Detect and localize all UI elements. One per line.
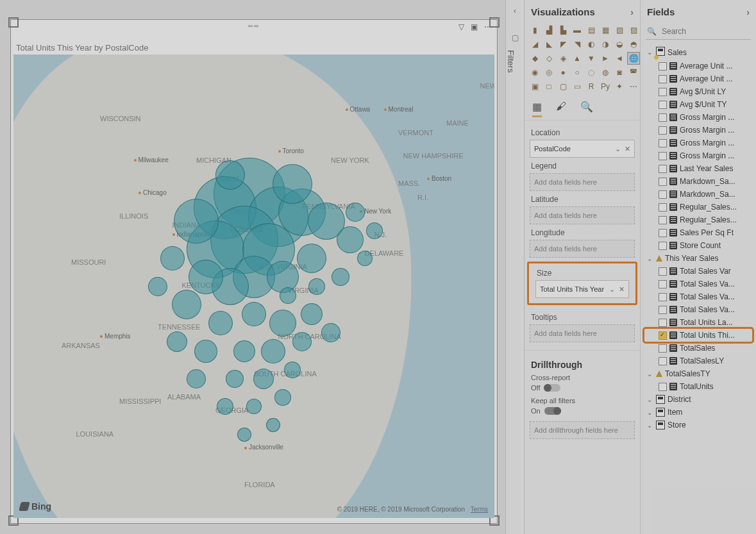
field-item[interactable]: Gross Margin ... [644, 137, 752, 149]
field-item[interactable]: Total Sales Va... [644, 290, 752, 303]
tooltips-well[interactable]: Add data fields here [530, 324, 635, 342]
hierarchy-this-year-sales[interactable]: ⌄This Year Sales [644, 252, 752, 265]
map-bubble[interactable] [237, 428, 251, 442]
map-bubble[interactable] [233, 340, 255, 362]
viz-type-icon[interactable]: ◉ [528, 66, 541, 79]
focus-mode-icon[interactable]: ▣ [471, 22, 478, 31]
map-bubble[interactable] [208, 311, 233, 335]
map-bubble[interactable] [357, 251, 373, 266]
viz-type-icon[interactable]: ◑ [599, 38, 612, 51]
viz-type-icon[interactable]: 🌐 [627, 52, 640, 65]
collapse-chevron-icon[interactable]: ‹ [506, 6, 524, 15]
map-bubble[interactable] [261, 339, 285, 363]
viz-type-icon[interactable]: ▨ [627, 24, 640, 37]
map-bubble[interactable] [167, 331, 187, 352]
size-well[interactable]: Total Units This Year ⌄✕ [535, 280, 629, 298]
map-bubble[interactable] [174, 199, 219, 244]
viz-type-icon[interactable]: ○ [571, 66, 584, 79]
drillthrough-well[interactable]: Add drillthrough fields here [530, 421, 635, 439]
viz-type-icon[interactable]: ◒ [613, 38, 626, 51]
more-options-icon[interactable]: ⋯ [484, 22, 492, 31]
chevron-down-icon[interactable]: ⌄ [615, 145, 621, 153]
legend-well[interactable]: Add data fields here [530, 173, 635, 191]
fields-search[interactable]: 🔍 [646, 24, 751, 40]
map-bubble[interactable] [189, 260, 223, 294]
field-item[interactable]: Store Count [644, 239, 752, 252]
viz-type-icon[interactable]: ◣ [542, 38, 555, 51]
viz-type-icon[interactable]: ▧ [613, 24, 626, 37]
viz-type-icon[interactable]: ◇ [542, 52, 555, 65]
visual-drag-handle[interactable]: ══ [248, 22, 260, 29]
collapse-pane-icon[interactable]: › [630, 7, 634, 17]
remove-field-icon[interactable]: ✕ [619, 285, 625, 294]
location-well[interactable]: PostalCode ⌄✕ [530, 140, 635, 158]
table-item[interactable]: ⌄Item [644, 406, 752, 419]
map-bubble[interactable] [266, 418, 280, 432]
field-item[interactable]: Total Units Thi... [644, 329, 752, 342]
terms-link[interactable]: Terms [471, 506, 488, 513]
map-bubble[interactable] [292, 332, 312, 351]
viz-type-icon[interactable]: ▤ [585, 24, 598, 37]
viz-type-icon[interactable]: ◚ [627, 66, 640, 79]
map-bubble[interactable] [172, 290, 201, 319]
viz-type-icon[interactable]: ▭ [571, 80, 584, 93]
map-bubble[interactable] [346, 203, 365, 222]
map-bubble[interactable] [332, 268, 349, 286]
longitude-well[interactable]: Add data fields here [530, 240, 635, 258]
viz-type-icon[interactable]: ◓ [627, 38, 640, 51]
remove-field-icon[interactable]: ✕ [625, 145, 630, 153]
map-visual[interactable]: ══ ▽ ▣ ⋯ Total Units This Year by Postal… [10, 19, 498, 524]
collapse-pane-icon[interactable]: › [746, 7, 750, 17]
viz-type-icon[interactable]: ▲ [571, 52, 584, 65]
field-item[interactable]: Average Unit ... [644, 72, 752, 85]
field-item[interactable]: Total Sales Var [644, 265, 752, 278]
field-item[interactable]: Total Units La... [644, 316, 752, 329]
field-item[interactable]: TotalUnits [644, 380, 752, 393]
viz-type-icon[interactable]: ▟ [542, 24, 555, 37]
table-sales[interactable]: ⌄Sales [644, 45, 752, 60]
field-item[interactable]: Avg $/Unit LY [644, 85, 752, 98]
field-item[interactable]: Avg $/Unit TY [644, 98, 752, 111]
viz-type-icon[interactable]: Py [599, 80, 612, 93]
map-bubble[interactable] [308, 278, 325, 295]
bookmark-icon[interactable]: ▢ [506, 33, 524, 42]
map-bubble[interactable] [273, 164, 312, 204]
viz-type-icon[interactable]: □ [542, 80, 555, 93]
viz-type-icon[interactable]: ► [599, 52, 612, 65]
map-bubble[interactable] [242, 302, 266, 326]
field-item[interactable]: Gross Margin ... [644, 124, 752, 137]
field-item[interactable]: Regular_Sales... [644, 213, 752, 226]
viz-type-icon[interactable]: ▙ [557, 24, 569, 37]
map-bubble[interactable] [366, 222, 383, 239]
field-item[interactable]: TotalSalesLY [644, 355, 752, 367]
map-bubble[interactable] [269, 310, 296, 337]
field-item[interactable]: TotalSales [644, 342, 752, 355]
map-bubble[interactable] [280, 287, 296, 304]
field-item[interactable]: Markdown_Sa... [644, 175, 752, 188]
field-item[interactable]: Regular_Sales... [644, 201, 752, 213]
map-bubble[interactable] [246, 399, 262, 414]
analytics-tab-icon[interactable]: 🔍 [580, 101, 593, 117]
viz-type-icon[interactable]: ◄ [613, 52, 626, 65]
table-district[interactable]: ⌄District [644, 393, 752, 406]
cross-report-toggle[interactable] [544, 384, 560, 392]
field-item[interactable]: Total Sales Va... [644, 278, 752, 290]
map-bubble[interactable] [253, 369, 274, 389]
viz-type-icon[interactable]: ◥ [571, 38, 584, 51]
field-item[interactable]: Average Unit ... [644, 60, 752, 72]
field-item[interactable]: Gross Margin ... [644, 149, 752, 162]
viz-type-icon[interactable]: ◍ [599, 66, 612, 79]
field-item[interactable]: Sales Per Sq Ft [644, 226, 752, 239]
table-store[interactable]: ⌄Store [644, 419, 752, 431]
viz-type-icon[interactable]: ◎ [542, 66, 555, 79]
viz-type-icon[interactable]: ◙ [613, 66, 626, 79]
map-bubble[interactable] [321, 323, 340, 342]
viz-type-icon[interactable]: ▮ [528, 24, 541, 37]
map-bubble[interactable] [284, 362, 301, 378]
map-bubble[interactable] [301, 303, 323, 325]
map-bubble[interactable] [187, 369, 206, 388]
filters-pane-collapsed[interactable]: ‹ ▢ Filters [505, 0, 525, 534]
viz-type-icon[interactable]: ✦ [613, 80, 626, 93]
map-bubble[interactable] [215, 160, 245, 190]
viz-type-icon[interactable]: ◢ [528, 38, 541, 51]
